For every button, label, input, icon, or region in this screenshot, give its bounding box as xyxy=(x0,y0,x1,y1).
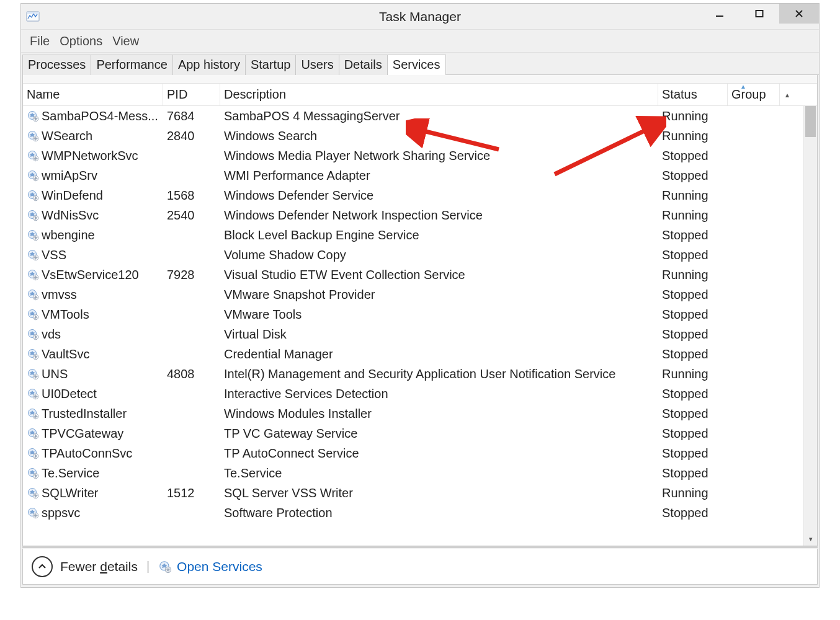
scrollbar-thumb[interactable] xyxy=(805,106,816,137)
cell-name: VSS xyxy=(23,247,163,263)
service-row[interactable]: SambaPOS4-Mess...7684SambaPOS 4 Messagin… xyxy=(23,106,817,126)
cell-status: Running xyxy=(658,108,728,124)
col-header-pid[interactable]: PID xyxy=(163,84,220,105)
sort-indicator-icon: ▲ xyxy=(740,84,746,90)
col-header-name[interactable]: Name xyxy=(23,84,163,105)
cell-desc: Windows Defender Network Inspection Serv… xyxy=(220,208,658,223)
cell-group xyxy=(728,413,780,414)
service-row[interactable]: WMPNetworkSvcWindows Media Player Networ… xyxy=(23,146,817,166)
service-icon xyxy=(27,348,39,360)
cell-pid: 2840 xyxy=(163,128,220,144)
tab-app-history[interactable]: App history xyxy=(172,55,246,75)
tab-performance[interactable]: Performance xyxy=(91,55,173,75)
cell-name: wbengine xyxy=(23,228,163,243)
service-row[interactable]: VsEtwService1207928Visual Studio ETW Eve… xyxy=(23,265,817,285)
titlebar: Task Manager xyxy=(21,4,819,29)
service-icon xyxy=(27,130,39,142)
tab-users[interactable]: Users xyxy=(295,55,339,75)
cell-name: SQLWriter xyxy=(23,485,163,501)
window-controls xyxy=(700,4,819,29)
service-row[interactable]: VSSVolume Shadow CopyStopped xyxy=(23,245,817,265)
cell-group xyxy=(728,274,780,275)
scroll-up-arrow[interactable]: ▴ xyxy=(780,87,795,103)
service-row[interactable]: UI0DetectInteractive Services DetectionS… xyxy=(23,384,817,404)
cell-status: Stopped xyxy=(658,386,728,402)
cell-pid: 1568 xyxy=(163,188,220,203)
service-row[interactable]: VMToolsVMware ToolsStopped xyxy=(23,304,817,324)
service-name-text: VsEtwService120 xyxy=(42,268,139,282)
service-row[interactable]: vmvssVMware Snapshot ProviderStopped xyxy=(23,285,817,304)
cell-desc: Volume Shadow Copy xyxy=(220,247,658,263)
service-icon xyxy=(27,308,39,321)
service-row[interactable]: UNS4808Intel(R) Management and Security … xyxy=(23,364,817,384)
service-row[interactable]: wbengineBlock Level Backup Engine Servic… xyxy=(23,225,817,245)
tab-processes[interactable]: Processes xyxy=(22,55,91,75)
cell-group xyxy=(728,512,780,513)
cell-desc: Virtual Disk xyxy=(220,327,658,342)
cell-group xyxy=(728,334,780,335)
fewer-details-text-pre: Fewer xyxy=(60,559,100,574)
open-services-label: Open Services xyxy=(177,559,262,574)
tab-startup[interactable]: Startup xyxy=(245,55,296,75)
service-row[interactable]: WdNisSvc2540Windows Defender Network Ins… xyxy=(23,205,817,225)
service-name-text: VSS xyxy=(42,248,66,262)
menu-file[interactable]: File xyxy=(26,32,53,51)
fewer-details-label[interactable]: Fewer details xyxy=(60,559,138,574)
service-name-text: TPVCGateway xyxy=(42,427,123,441)
cell-status: Running xyxy=(658,128,728,144)
tab-services[interactable]: Services xyxy=(387,55,446,75)
vertical-scrollbar[interactable]: ▾ xyxy=(803,106,817,546)
service-row[interactable]: VaultSvcCredential ManagerStopped xyxy=(23,344,817,364)
service-row[interactable]: SQLWriter1512SQL Server VSS WriterRunnin… xyxy=(23,483,817,503)
services-panel: Name PID Description Status Group ▴ ▲ Sa… xyxy=(22,75,818,546)
close-button[interactable] xyxy=(779,4,819,24)
service-name-text: SambaPOS4-Mess... xyxy=(42,109,158,123)
open-services-link[interactable]: Open Services xyxy=(158,559,262,574)
service-row[interactable]: TPAutoConnSvcTP AutoConnect ServiceStopp… xyxy=(23,443,817,463)
col-header-description[interactable]: Description xyxy=(220,84,658,105)
table-body[interactable]: SambaPOS4-Mess...7684SambaPOS 4 Messagin… xyxy=(23,106,817,546)
tab-details[interactable]: Details xyxy=(339,55,388,75)
cell-group xyxy=(728,373,780,374)
service-row[interactable]: wmiApSrvWMI Performance AdapterStopped xyxy=(23,166,817,185)
menu-options[interactable]: Options xyxy=(56,32,106,51)
menu-view[interactable]: View xyxy=(109,32,143,51)
fewer-details-button[interactable] xyxy=(32,556,53,577)
cell-status: Stopped xyxy=(658,327,728,342)
service-row[interactable]: TrustedInstallerWindows Modules Installe… xyxy=(23,404,817,423)
service-row[interactable]: sppsvcSoftware ProtectionStopped xyxy=(23,503,817,523)
menubar: File Options View xyxy=(21,29,819,53)
table-header: Name PID Description Status Group ▴ ▲ xyxy=(23,84,817,106)
service-icon xyxy=(27,229,39,241)
service-icon xyxy=(27,368,39,380)
cell-desc: TP AutoConnect Service xyxy=(220,446,658,461)
service-icon xyxy=(27,209,39,221)
cell-pid: 7684 xyxy=(163,108,220,124)
scroll-down-arrow[interactable]: ▾ xyxy=(804,535,817,543)
col-header-group[interactable]: Group xyxy=(728,84,780,105)
cell-name: TrustedInstaller xyxy=(23,406,163,422)
service-icon xyxy=(27,268,39,281)
service-row[interactable]: Te.ServiceTe.ServiceStopped xyxy=(23,463,817,483)
cell-status: Running xyxy=(658,366,728,382)
service-icon xyxy=(27,149,39,162)
minimize-button[interactable] xyxy=(700,4,739,24)
service-name-text: TPAutoConnSvc xyxy=(42,446,132,461)
cell-group xyxy=(728,254,780,255)
cell-pid xyxy=(163,234,220,236)
cell-group xyxy=(728,294,780,295)
cell-status: Stopped xyxy=(658,307,728,322)
service-row[interactable]: WinDefend1568Windows Defender ServiceRun… xyxy=(23,185,817,205)
service-row[interactable]: TPVCGatewayTP VC Gateway ServiceStopped xyxy=(23,423,817,443)
service-row[interactable]: WSearch2840Windows SearchRunning xyxy=(23,126,817,146)
cell-pid xyxy=(163,453,220,454)
service-icon xyxy=(27,189,39,202)
cell-name: TPAutoConnSvc xyxy=(23,446,163,461)
service-row[interactable]: vdsVirtual DiskStopped xyxy=(23,324,817,344)
cell-status: Running xyxy=(658,267,728,283)
maximize-button[interactable] xyxy=(739,4,779,24)
col-header-status[interactable]: Status xyxy=(658,84,728,105)
cell-name: WSearch xyxy=(23,128,163,144)
cell-pid: 7928 xyxy=(163,267,220,283)
service-name-text: vds xyxy=(42,327,61,342)
